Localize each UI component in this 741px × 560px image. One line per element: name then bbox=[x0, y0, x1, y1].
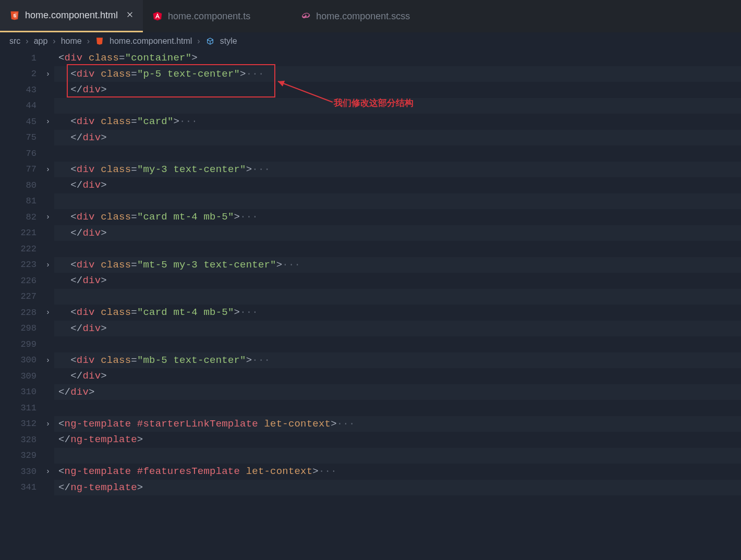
angular-icon bbox=[152, 11, 163, 21]
code-editor[interactable]: 1 <div class="container"> 2 › <div class… bbox=[0, 50, 741, 495]
code-line: 227 bbox=[0, 289, 741, 305]
line-number: 329 bbox=[0, 451, 42, 460]
code-line: 300 › <div class="mb-5 text-center">··· bbox=[0, 352, 741, 369]
code-line: 311 bbox=[0, 400, 741, 416]
fold-chevron-icon[interactable]: › bbox=[42, 356, 54, 364]
code-line: 221 </div> bbox=[0, 225, 741, 241]
line-number: 1 bbox=[0, 53, 42, 63]
editor-tabs: 5 home.component.html home.component.ts … bbox=[0, 0, 741, 32]
code-line: 299 bbox=[0, 336, 741, 352]
line-number: 227 bbox=[0, 291, 42, 301]
line-number: 80 bbox=[0, 180, 42, 190]
line-number: 222 bbox=[0, 244, 42, 254]
line-number: 228 bbox=[0, 308, 42, 318]
line-number: 309 bbox=[0, 371, 42, 381]
breadcrumb: src › app › home › home.component.html ›… bbox=[0, 32, 741, 50]
code-line: 298 </div> bbox=[0, 321, 741, 337]
line-number: 226 bbox=[0, 276, 42, 286]
fold-chevron-icon[interactable]: › bbox=[42, 165, 54, 174]
line-number: 311 bbox=[0, 403, 42, 413]
crumb-src[interactable]: src bbox=[9, 36, 20, 46]
code-line: 45 › <div class="card">··· bbox=[0, 114, 741, 130]
fold-chevron-icon[interactable]: › bbox=[42, 308, 54, 316]
tab-label: home.component.ts bbox=[168, 11, 250, 22]
code-line: 309 </div> bbox=[0, 368, 741, 384]
line-number: 299 bbox=[0, 339, 42, 349]
svg-text:5: 5 bbox=[13, 13, 16, 18]
fold-chevron-icon[interactable]: › bbox=[42, 467, 54, 476]
code-line: 44 bbox=[0, 98, 741, 114]
line-number: 77 bbox=[0, 164, 42, 174]
tab-home-scss[interactable]: home.component.scss bbox=[291, 0, 419, 32]
code-line: 80 </div> bbox=[0, 177, 741, 193]
fold-chevron-icon[interactable]: › bbox=[42, 420, 54, 428]
code-line: 341 </ng-template> bbox=[0, 480, 741, 496]
line-number: 300 bbox=[0, 355, 42, 365]
line-number: 298 bbox=[0, 323, 42, 333]
line-number: 341 bbox=[0, 482, 42, 492]
crumb-home[interactable]: home bbox=[61, 36, 82, 46]
chevron-right-icon: › bbox=[197, 36, 200, 46]
sass-icon bbox=[300, 11, 311, 21]
line-number: 81 bbox=[0, 196, 42, 206]
line-number: 82 bbox=[0, 212, 42, 222]
code-line: 228 › <div class="card mt-4 mb-5">··· bbox=[0, 305, 741, 321]
code-line: 81 bbox=[0, 193, 741, 210]
line-number: 312 bbox=[0, 419, 42, 429]
line-number: 221 bbox=[0, 228, 42, 238]
line-number: 310 bbox=[0, 387, 42, 397]
chevron-right-icon: › bbox=[53, 36, 55, 46]
code-line: 329 bbox=[0, 448, 741, 464]
line-number: 75 bbox=[0, 132, 42, 142]
code-line: 1 <div class="container"> bbox=[0, 50, 741, 66]
line-number: 76 bbox=[0, 149, 42, 159]
code-line: 226 </div> bbox=[0, 273, 741, 289]
fold-chevron-icon[interactable]: › bbox=[42, 213, 54, 221]
tab-home-ts[interactable]: home.component.ts bbox=[143, 0, 260, 32]
fold-chevron-icon[interactable]: › bbox=[42, 70, 54, 78]
html5-icon: 5 bbox=[9, 10, 20, 21]
code-line: 330 › <ng-template #featuresTemplate let… bbox=[0, 464, 741, 480]
code-line: 77 › <div class="my-3 text-center">··· bbox=[0, 162, 741, 178]
crumb-file[interactable]: home.component.html bbox=[110, 36, 192, 46]
line-number: 328 bbox=[0, 435, 42, 445]
line-number: 44 bbox=[0, 101, 42, 111]
tab-home-html[interactable]: 5 home.component.html bbox=[0, 0, 143, 32]
code-line: 43 </div> bbox=[0, 82, 741, 98]
code-line: 223 › <div class="mt-5 my-3 text-center"… bbox=[0, 257, 741, 273]
fold-chevron-icon[interactable]: › bbox=[42, 261, 54, 269]
code-line: 75 </div> bbox=[0, 130, 741, 146]
tab-label: home.component.scss bbox=[316, 11, 410, 22]
code-line: 2 › <div class="p-5 text-center">··· bbox=[0, 66, 741, 82]
chevron-right-icon: › bbox=[87, 36, 90, 46]
symbol-icon bbox=[205, 36, 215, 46]
line-number: 330 bbox=[0, 467, 42, 477]
line-number: 43 bbox=[0, 85, 42, 95]
crumb-symbol[interactable]: style bbox=[220, 36, 237, 46]
fold-chevron-icon[interactable]: › bbox=[42, 117, 54, 126]
code-line: 310 </div> bbox=[0, 384, 741, 400]
close-icon[interactable] bbox=[126, 10, 133, 21]
html5-icon bbox=[95, 36, 104, 46]
code-line: 312 › <ng-template #starterLinkTemplate … bbox=[0, 416, 741, 432]
crumb-app[interactable]: app bbox=[34, 36, 48, 46]
tab-label: home.component.html bbox=[25, 10, 118, 21]
code-line: 328 </ng-template> bbox=[0, 432, 741, 448]
line-number: 45 bbox=[0, 117, 42, 127]
code-line: 76 bbox=[0, 145, 741, 162]
line-number: 223 bbox=[0, 260, 42, 270]
line-number: 2 bbox=[0, 69, 42, 79]
code-line: 222 bbox=[0, 241, 741, 257]
code-line: 82 › <div class="card mt-4 mb-5">··· bbox=[0, 209, 741, 225]
chevron-right-icon: › bbox=[26, 36, 28, 46]
